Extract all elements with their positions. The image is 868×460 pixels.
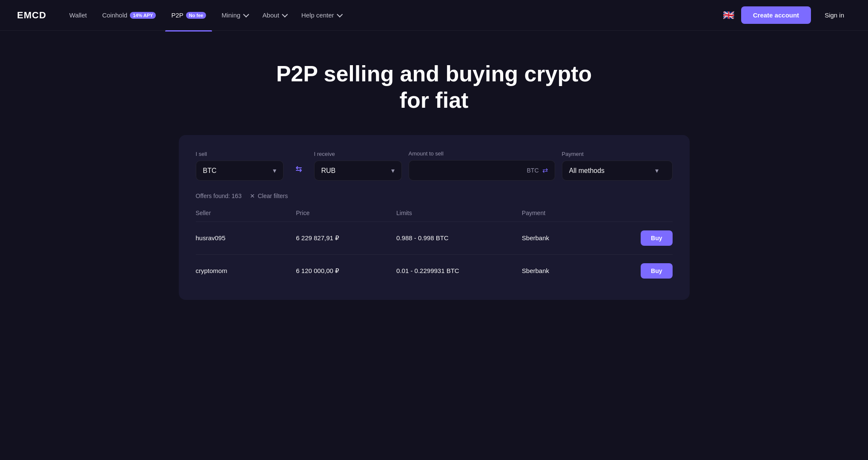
i-receive-group: I receive RUB USD EUR UAH ▾ [314,151,402,181]
amount-label: Amount to sell [409,150,555,157]
clear-filters-button[interactable]: ✕ Clear filters [250,193,288,199]
nav-label-wallet: Wallet [69,12,87,19]
clear-filters-label: Clear filters [258,193,288,199]
i-sell-group: I sell BTC ETH USDT LTC ▾ [196,151,284,181]
offers-count: Offers found: 163 [196,193,242,199]
payment-select-wrap: All methods Sberbank Tinkoff QIWI YooMon… [562,161,673,181]
payment-chevron-icon: ▾ [655,167,665,175]
help-chevron-icon [337,11,343,17]
offer-payment: Sberbank [522,234,622,242]
seller-name: cryptomom [196,267,296,274]
offer-limits: 0.01 - 0.2299931 BTC [396,267,522,274]
i-receive-label: I receive [314,151,402,157]
hero-title-line2: for fiat [400,88,469,112]
nav-item-help[interactable]: Help center [295,8,347,22]
amount-suffix: BTC ⇄ [527,166,548,174]
payment-select[interactable]: All methods Sberbank Tinkoff QIWI YooMon… [569,161,655,180]
table-row: husrav095 6 229 827,91 ₽ 0.988 - 0.998 B… [196,222,673,255]
i-sell-select[interactable]: BTC ETH USDT LTC [196,161,273,180]
hero-title-line1: P2P selling and buying crypto [276,61,592,86]
amount-group: Amount to sell BTC ⇄ [409,150,555,181]
filter-row: I sell BTC ETH USDT LTC ▾ [196,150,673,181]
nav-item-mining[interactable]: Mining [215,8,253,22]
filter-card: I sell BTC ETH USDT LTC ▾ [179,135,690,300]
table-header: Seller Price Limits Payment [196,206,673,222]
col-limits: Limits [396,210,522,216]
offer-price: 6 120 000,00 ₽ [296,267,396,275]
offers-header: Offers found: 163 ✕ Clear filters [196,193,673,199]
amount-swap-icon[interactable]: ⇄ [542,166,548,174]
sign-in-button[interactable]: Sign in [818,6,851,24]
main-content: I sell BTC ETH USDT LTC ▾ [128,135,741,325]
amount-input[interactable] [416,161,527,180]
col-seller: Seller [196,210,296,216]
nav-label-coinhold: Coinhold [102,12,127,19]
buy-button[interactable]: Buy [641,263,672,279]
col-payment: Payment [522,210,622,216]
create-account-button[interactable]: Create account [741,6,811,24]
col-action [622,210,673,216]
seller-name: husrav095 [196,234,296,242]
hero-title: P2P selling and buying crypto for fiat [243,60,626,114]
nav-item-p2p[interactable]: P2P No fee [165,8,212,22]
offers-table: Seller Price Limits Payment husrav095 6 … [196,206,673,287]
nav-item-wallet[interactable]: Wallet [63,8,93,22]
nav-links: Wallet Coinhold 14% APY P2P No fee Minin… [63,8,723,22]
swap-icon[interactable] [290,158,307,180]
offer-limits: 0.988 - 0.998 BTC [396,234,522,242]
col-price: Price [296,210,396,216]
i-sell-select-wrap: BTC ETH USDT LTC ▾ [196,161,284,181]
nav-item-coinhold[interactable]: Coinhold 14% APY [96,8,162,22]
buy-button[interactable]: Buy [641,230,672,246]
nav-item-about[interactable]: About [257,8,292,22]
nav-label-p2p: P2P [171,12,183,19]
logo[interactable]: EMCD [17,10,46,21]
i-sell-chevron-icon: ▾ [273,167,283,175]
amount-currency: BTC [527,167,539,174]
about-chevron-icon [282,11,288,17]
payment-group: Payment All methods Sberbank Tinkoff QIW… [562,151,673,181]
i-receive-select-wrap: RUB USD EUR UAH ▾ [314,161,402,181]
nav-right: 🇬🇧 Create account Sign in [723,6,851,24]
mining-chevron-icon [243,11,249,17]
nav-label-mining: Mining [221,12,240,19]
amount-input-wrap: BTC ⇄ [409,160,555,181]
nav-label-help: Help center [301,12,334,19]
payment-label: Payment [562,151,673,157]
offer-payment: Sberbank [522,267,622,274]
i-receive-select[interactable]: RUB USD EUR UAH [315,161,391,180]
hero-section: P2P selling and buying crypto for fiat [0,31,868,135]
nav-label-about: About [263,12,279,19]
i-receive-chevron-icon: ▾ [391,167,401,175]
clear-filters-x-icon: ✕ [250,193,255,199]
i-sell-label: I sell [196,151,284,157]
language-flag[interactable]: 🇬🇧 [723,10,734,21]
coinhold-badge: 14% APY [130,12,156,19]
table-row: cryptomom 6 120 000,00 ₽ 0.01 - 0.229993… [196,255,673,287]
p2p-badge: No fee [186,12,206,19]
offer-price: 6 229 827,91 ₽ [296,234,396,242]
navbar: EMCD Wallet Coinhold 14% APY P2P No fee … [0,0,868,31]
